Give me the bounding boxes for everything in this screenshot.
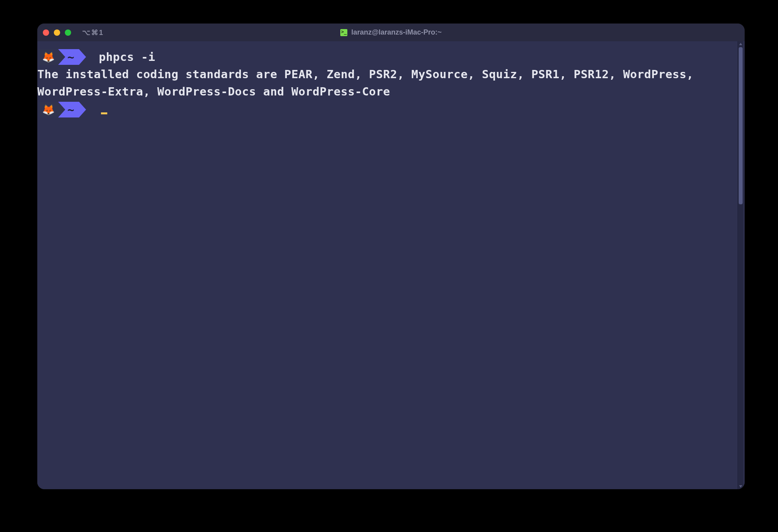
- shell-prompt: 🦊 ~: [38, 49, 86, 65]
- window-controls: [43, 29, 71, 36]
- prompt-cwd: ~: [68, 101, 75, 118]
- zoom-icon[interactable]: [65, 29, 71, 36]
- entered-command: phpcs -i: [99, 50, 155, 64]
- chevron-right-icon: [58, 49, 65, 65]
- shell-prompt: 🦊 ~: [38, 102, 86, 117]
- terminal-viewport[interactable]: 🦊 ~ phpcs -i The installed coding standa…: [37, 41, 745, 489]
- titlebar: ⌥⌘1 laranz@laranzs-iMac-Pro:~: [37, 24, 745, 41]
- prompt-user-icon: 🦊: [42, 105, 55, 115]
- scrollbar[interactable]: [738, 41, 743, 489]
- close-icon[interactable]: [43, 29, 49, 36]
- text-cursor: [101, 112, 107, 114]
- chevron-right-icon: [79, 102, 86, 117]
- chevron-right-icon: [79, 49, 86, 65]
- terminal-app-icon: [340, 29, 347, 36]
- prompt-user-icon: 🦊: [42, 52, 55, 62]
- command-line: 🦊 ~: [37, 100, 745, 117]
- terminal-window: ⌥⌘1 laranz@laranzs-iMac-Pro:~ 🦊 ~: [37, 24, 745, 489]
- scrollbar-thumb[interactable]: [739, 47, 743, 204]
- command-line: 🦊 ~ phpcs -i: [37, 48, 745, 66]
- minimize-icon[interactable]: [54, 29, 60, 36]
- tab-shortcut-label: ⌥⌘1: [82, 28, 104, 37]
- prompt-cwd: ~: [68, 48, 75, 66]
- window-title: laranz@laranzs-iMac-Pro:~: [351, 28, 442, 37]
- command-output: The installed coding standards are PEAR,…: [37, 66, 745, 100]
- chevron-right-icon: [58, 102, 65, 117]
